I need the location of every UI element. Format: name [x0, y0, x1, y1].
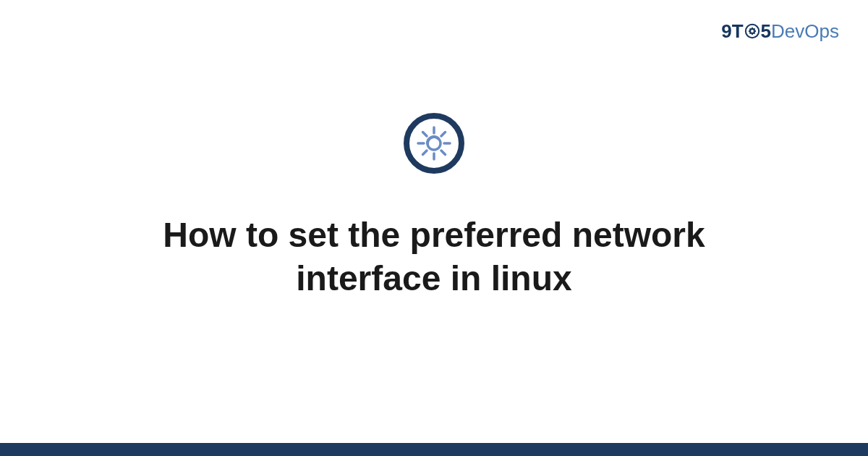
main-content: How to set the preferred network interfa…: [0, 0, 868, 456]
page-title: How to set the preferred network interfa…: [109, 214, 760, 300]
svg-point-2: [407, 116, 461, 171]
footer-accent-bar: [0, 443, 868, 456]
gear-badge-icon: [403, 112, 465, 177]
